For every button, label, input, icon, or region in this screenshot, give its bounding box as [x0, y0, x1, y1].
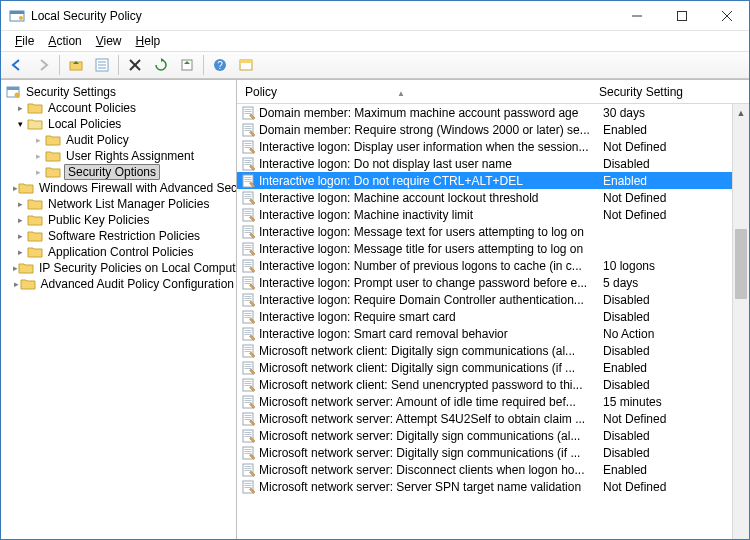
svg-rect-32 — [245, 145, 252, 146]
policy-row[interactable]: Interactive logon: Prompt user to change… — [237, 274, 749, 291]
policy-row[interactable]: Microsoft network server: Disconnect cli… — [237, 461, 749, 478]
list-pane[interactable]: Policy▲ Security Setting Domain member: … — [237, 80, 749, 540]
policy-row[interactable]: Interactive logon: Message title for use… — [237, 240, 749, 257]
column-header-setting[interactable]: Security Setting — [595, 85, 749, 99]
window-title: Local Security Policy — [31, 9, 614, 23]
content-area: Security Settings▸Account Policies▾Local… — [1, 79, 749, 540]
expand-caret-icon[interactable]: ▸ — [13, 215, 27, 225]
maximize-button[interactable] — [659, 1, 704, 30]
close-button[interactable] — [704, 1, 749, 30]
list-header[interactable]: Policy▲ Security Setting — [237, 80, 749, 104]
minimize-button[interactable] — [614, 1, 659, 30]
help-icon[interactable]: ? — [208, 53, 232, 77]
scroll-up-arrow-icon[interactable]: ▲ — [733, 104, 749, 121]
policy-row[interactable]: Interactive logon: Smart card removal be… — [237, 325, 749, 342]
policy-name: Interactive logon: Machine inactivity li… — [259, 208, 599, 222]
policy-row[interactable]: Interactive logon: Number of previous lo… — [237, 257, 749, 274]
svg-rect-71 — [245, 313, 252, 314]
menubar: File Action View Help — [1, 31, 749, 51]
svg-rect-68 — [245, 298, 252, 299]
policy-icon — [241, 428, 257, 444]
column-header-policy[interactable]: Policy▲ — [241, 85, 595, 99]
policy-row[interactable]: Interactive logon: Do not require CTRL+A… — [237, 172, 749, 189]
tree-item[interactable]: ▸Application Control Policies — [1, 244, 236, 260]
policy-row[interactable]: Interactive logon: Display user informat… — [237, 138, 749, 155]
policy-row[interactable]: Interactive logon: Require Domain Contro… — [237, 291, 749, 308]
forward-button[interactable] — [31, 53, 55, 77]
tree-item[interactable]: ▸Public Key Policies — [1, 212, 236, 228]
policy-row[interactable]: Interactive logon: Machine inactivity li… — [237, 206, 749, 223]
policy-setting: No Action — [599, 327, 749, 341]
expand-caret-icon[interactable]: ▸ — [31, 135, 45, 145]
policy-icon — [241, 292, 257, 308]
scrollbar-thumb[interactable] — [735, 229, 747, 299]
tree-item[interactable]: ▸User Rights Assignment — [1, 148, 236, 164]
toolbar: ? — [1, 51, 749, 79]
policy-row[interactable]: Microsoft network client: Digitally sign… — [237, 342, 749, 359]
policy-row[interactable]: Microsoft network server: Server SPN tar… — [237, 478, 749, 495]
refresh-icon[interactable] — [149, 53, 173, 77]
tree-root[interactable]: Security Settings — [1, 84, 236, 100]
folder-up-icon[interactable] — [64, 53, 88, 77]
back-button[interactable] — [5, 53, 29, 77]
policy-row[interactable]: Microsoft network client: Send unencrypt… — [237, 376, 749, 393]
svg-rect-35 — [245, 160, 252, 161]
tree-label: Audit Policy — [64, 133, 131, 147]
policy-row[interactable]: Interactive logon: Do not display last u… — [237, 155, 749, 172]
policy-row[interactable]: Microsoft network server: Digitally sign… — [237, 444, 749, 461]
tree-item[interactable]: ▸Network List Manager Policies — [1, 196, 236, 212]
policy-row[interactable]: Interactive logon: Machine account locko… — [237, 189, 749, 206]
policy-row[interactable]: Domain member: Maximum machine account p… — [237, 104, 749, 121]
policy-row[interactable]: Microsoft network server: Digitally sign… — [237, 427, 749, 444]
tree-item[interactable]: ▸Advanced Audit Policy Configuration — [1, 276, 236, 292]
expand-caret-icon[interactable]: ▸ — [31, 151, 45, 161]
tree-item[interactable]: ▸Windows Firewall with Advanced Secu — [1, 180, 236, 196]
policy-icon — [241, 258, 257, 274]
vertical-scrollbar[interactable]: ▲ ▼ — [732, 104, 749, 540]
tree-item[interactable]: ▸Software Restriction Policies — [1, 228, 236, 244]
folder-icon — [20, 276, 36, 292]
tree-pane[interactable]: Security Settings▸Account Policies▾Local… — [1, 80, 237, 540]
menu-help[interactable]: Help — [130, 33, 167, 49]
policy-setting: Not Defined — [599, 191, 749, 205]
policy-name: Interactive logon: Require Domain Contro… — [259, 293, 599, 307]
tree-label: Account Policies — [46, 101, 138, 115]
policy-icon — [241, 190, 257, 206]
menu-action[interactable]: Action — [42, 33, 87, 49]
policy-name: Microsoft network client: Digitally sign… — [259, 361, 599, 375]
tree-item[interactable]: ▸Security Options — [1, 164, 236, 180]
tree-item[interactable]: ▾Local Policies — [1, 116, 236, 132]
list-body[interactable]: Domain member: Maximum machine account p… — [237, 104, 749, 495]
svg-rect-39 — [245, 177, 252, 178]
policy-row[interactable]: Microsoft network server: Attempt S4U2Se… — [237, 410, 749, 427]
folder-icon — [27, 228, 43, 244]
svg-rect-43 — [245, 194, 252, 195]
tree-item[interactable]: ▸Audit Policy — [1, 132, 236, 148]
svg-rect-29 — [245, 130, 252, 131]
properties-icon[interactable] — [90, 53, 114, 77]
tree-item[interactable]: ▸Account Policies — [1, 100, 236, 116]
policy-row[interactable]: Interactive logon: Message text for user… — [237, 223, 749, 240]
expand-caret-icon[interactable]: ▸ — [31, 167, 45, 177]
menu-view[interactable]: View — [90, 33, 128, 49]
svg-point-21 — [15, 93, 20, 98]
svg-rect-75 — [245, 330, 252, 331]
policy-row[interactable]: Microsoft network server: Amount of idle… — [237, 393, 749, 410]
policy-row[interactable]: Domain member: Require strong (Windows 2… — [237, 121, 749, 138]
svg-rect-100 — [245, 434, 252, 435]
expand-caret-icon[interactable]: ▸ — [13, 247, 27, 257]
window-controls — [614, 1, 749, 30]
policy-setting: Disabled — [599, 157, 749, 171]
settings-icon[interactable] — [234, 53, 258, 77]
policy-row[interactable]: Microsoft network client: Digitally sign… — [237, 359, 749, 376]
menu-file[interactable]: File — [9, 33, 40, 49]
expand-caret-icon[interactable]: ▸ — [13, 199, 27, 209]
svg-rect-79 — [245, 347, 252, 348]
tree-item[interactable]: ▸IP Security Policies on Local Compute — [1, 260, 236, 276]
expand-caret-icon[interactable]: ▸ — [13, 231, 27, 241]
policy-row[interactable]: Interactive logon: Require smart cardDis… — [237, 308, 749, 325]
delete-icon[interactable] — [123, 53, 147, 77]
expand-caret-icon[interactable]: ▸ — [13, 103, 27, 113]
export-icon[interactable] — [175, 53, 199, 77]
expand-caret-icon[interactable]: ▾ — [13, 119, 27, 129]
